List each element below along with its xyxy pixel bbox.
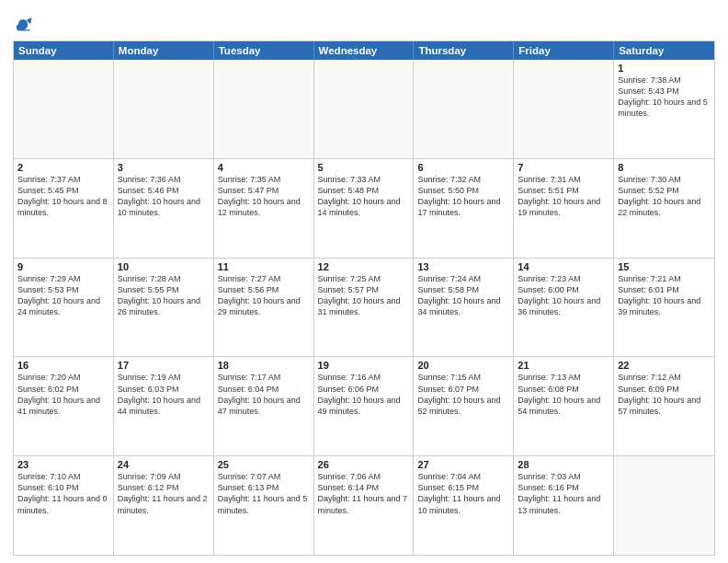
calendar-cell (614, 456, 714, 555)
day-number: 15 (618, 261, 711, 272)
day-info: Sunrise: 7:29 AM Sunset: 5:53 PM Dayligh… (17, 273, 109, 318)
calendar-cell: 20Sunrise: 7:15 AM Sunset: 6:07 PM Dayli… (414, 357, 514, 455)
day-info: Sunrise: 7:12 AM Sunset: 6:09 PM Dayligh… (618, 372, 711, 417)
calendar-cell: 9Sunrise: 7:29 AM Sunset: 5:53 PM Daylig… (14, 259, 114, 357)
day-number: 7 (518, 162, 609, 173)
calendar-cell: 17Sunrise: 7:19 AM Sunset: 6:03 PM Dayli… (114, 357, 214, 455)
day-number: 10 (118, 261, 210, 272)
day-number: 11 (218, 261, 310, 272)
day-number: 3 (118, 162, 210, 173)
calendar-cell: 1Sunrise: 7:38 AM Sunset: 5:43 PM Daylig… (614, 60, 714, 158)
logo (13, 15, 36, 35)
day-info: Sunrise: 7:10 AM Sunset: 6:10 PM Dayligh… (17, 471, 109, 516)
day-info: Sunrise: 7:06 AM Sunset: 6:14 PM Dayligh… (318, 471, 410, 516)
calendar-cell: 28Sunrise: 7:03 AM Sunset: 6:16 PM Dayli… (514, 456, 614, 555)
calendar-cell (414, 60, 514, 158)
calendar-cell: 10Sunrise: 7:28 AM Sunset: 5:55 PM Dayli… (114, 259, 214, 357)
day-info: Sunrise: 7:27 AM Sunset: 5:56 PM Dayligh… (218, 273, 310, 318)
day-info: Sunrise: 7:37 AM Sunset: 5:45 PM Dayligh… (17, 174, 109, 219)
day-info: Sunrise: 7:30 AM Sunset: 5:52 PM Dayligh… (618, 174, 711, 219)
weekday-header: Tuesday (214, 41, 314, 60)
day-number: 26 (318, 459, 410, 470)
calendar-cell: 16Sunrise: 7:20 AM Sunset: 6:02 PM Dayli… (14, 357, 114, 455)
day-info: Sunrise: 7:09 AM Sunset: 6:12 PM Dayligh… (118, 471, 210, 516)
day-number: 28 (518, 459, 609, 470)
calendar-cell: 14Sunrise: 7:23 AM Sunset: 6:00 PM Dayli… (514, 259, 614, 357)
day-number: 1 (618, 63, 711, 74)
calendar-row: 1Sunrise: 7:38 AM Sunset: 5:43 PM Daylig… (14, 60, 714, 158)
logo-icon (13, 15, 33, 35)
day-number: 8 (618, 162, 711, 173)
calendar-cell (314, 60, 415, 158)
calendar-cell: 4Sunrise: 7:35 AM Sunset: 5:47 PM Daylig… (214, 159, 314, 258)
calendar-row: 2Sunrise: 7:37 AM Sunset: 5:45 PM Daylig… (14, 158, 714, 258)
calendar-cell: 8Sunrise: 7:30 AM Sunset: 5:52 PM Daylig… (614, 159, 714, 258)
calendar-cell (114, 60, 214, 158)
day-info: Sunrise: 7:17 AM Sunset: 6:04 PM Dayligh… (218, 372, 310, 417)
weekday-header: Friday (514, 41, 614, 60)
day-info: Sunrise: 7:13 AM Sunset: 6:08 PM Dayligh… (518, 372, 609, 417)
calendar-cell (514, 60, 614, 158)
calendar-cell (214, 60, 314, 158)
day-info: Sunrise: 7:20 AM Sunset: 6:02 PM Dayligh… (17, 372, 109, 417)
day-info: Sunrise: 7:03 AM Sunset: 6:16 PM Dayligh… (518, 471, 609, 516)
day-info: Sunrise: 7:38 AM Sunset: 5:43 PM Dayligh… (618, 75, 711, 120)
calendar-cell: 26Sunrise: 7:06 AM Sunset: 6:14 PM Dayli… (314, 456, 415, 555)
calendar-cell: 12Sunrise: 7:25 AM Sunset: 5:57 PM Dayli… (314, 259, 415, 357)
calendar-cell: 22Sunrise: 7:12 AM Sunset: 6:09 PM Dayli… (614, 357, 714, 455)
day-info: Sunrise: 7:24 AM Sunset: 5:58 PM Dayligh… (417, 273, 509, 318)
weekday-header: Sunday (14, 41, 114, 60)
day-info: Sunrise: 7:32 AM Sunset: 5:50 PM Dayligh… (417, 174, 509, 219)
calendar-cell: 25Sunrise: 7:07 AM Sunset: 6:13 PM Dayli… (214, 456, 314, 555)
calendar: SundayMondayTuesdayWednesdayThursdayFrid… (13, 40, 715, 556)
page: SundayMondayTuesdayWednesdayThursdayFrid… (0, 0, 728, 563)
calendar-row: 9Sunrise: 7:29 AM Sunset: 5:53 PM Daylig… (14, 258, 714, 357)
calendar-cell: 24Sunrise: 7:09 AM Sunset: 6:12 PM Dayli… (114, 456, 214, 555)
day-number: 19 (318, 360, 410, 371)
day-number: 18 (218, 360, 310, 371)
weekday-header: Wednesday (314, 41, 415, 60)
day-number: 13 (417, 261, 509, 272)
calendar-row: 23Sunrise: 7:10 AM Sunset: 6:10 PM Dayli… (14, 455, 714, 555)
calendar-header: SundayMondayTuesdayWednesdayThursdayFrid… (14, 41, 714, 60)
day-info: Sunrise: 7:31 AM Sunset: 5:51 PM Dayligh… (518, 174, 609, 219)
calendar-cell: 21Sunrise: 7:13 AM Sunset: 6:08 PM Dayli… (514, 357, 614, 455)
day-info: Sunrise: 7:21 AM Sunset: 6:01 PM Dayligh… (618, 273, 711, 318)
calendar-cell: 5Sunrise: 7:33 AM Sunset: 5:48 PM Daylig… (314, 159, 415, 258)
weekday-header: Thursday (414, 41, 514, 60)
calendar-cell: 3Sunrise: 7:36 AM Sunset: 5:46 PM Daylig… (114, 159, 214, 258)
day-info: Sunrise: 7:36 AM Sunset: 5:46 PM Dayligh… (118, 174, 210, 219)
day-number: 25 (218, 459, 310, 470)
day-number: 21 (518, 360, 609, 371)
day-number: 24 (118, 459, 210, 470)
day-number: 2 (17, 162, 109, 173)
calendar-cell: 6Sunrise: 7:32 AM Sunset: 5:50 PM Daylig… (414, 159, 514, 258)
day-number: 16 (17, 360, 109, 371)
calendar-cell: 23Sunrise: 7:10 AM Sunset: 6:10 PM Dayli… (14, 456, 114, 555)
day-info: Sunrise: 7:25 AM Sunset: 5:57 PM Dayligh… (318, 273, 410, 318)
day-number: 27 (417, 459, 509, 470)
day-info: Sunrise: 7:28 AM Sunset: 5:55 PM Dayligh… (118, 273, 210, 318)
day-number: 14 (518, 261, 609, 272)
day-info: Sunrise: 7:33 AM Sunset: 5:48 PM Dayligh… (318, 174, 410, 219)
day-info: Sunrise: 7:23 AM Sunset: 6:00 PM Dayligh… (518, 273, 609, 318)
calendar-cell: 11Sunrise: 7:27 AM Sunset: 5:56 PM Dayli… (214, 259, 314, 357)
day-info: Sunrise: 7:07 AM Sunset: 6:13 PM Dayligh… (218, 471, 310, 516)
day-number: 12 (318, 261, 410, 272)
calendar-cell: 19Sunrise: 7:16 AM Sunset: 6:06 PM Dayli… (314, 357, 415, 455)
day-info: Sunrise: 7:19 AM Sunset: 6:03 PM Dayligh… (118, 372, 210, 417)
day-info: Sunrise: 7:04 AM Sunset: 6:15 PM Dayligh… (417, 471, 509, 516)
calendar-row: 16Sunrise: 7:20 AM Sunset: 6:02 PM Dayli… (14, 356, 714, 455)
calendar-cell: 2Sunrise: 7:37 AM Sunset: 5:45 PM Daylig… (14, 159, 114, 258)
day-number: 4 (218, 162, 310, 173)
calendar-body: 1Sunrise: 7:38 AM Sunset: 5:43 PM Daylig… (14, 60, 714, 555)
calendar-cell: 7Sunrise: 7:31 AM Sunset: 5:51 PM Daylig… (514, 159, 614, 258)
day-number: 9 (17, 261, 109, 272)
calendar-cell: 27Sunrise: 7:04 AM Sunset: 6:15 PM Dayli… (414, 456, 514, 555)
weekday-header: Monday (114, 41, 214, 60)
day-number: 5 (318, 162, 410, 173)
day-number: 17 (118, 360, 210, 371)
day-info: Sunrise: 7:15 AM Sunset: 6:07 PM Dayligh… (417, 372, 509, 417)
calendar-cell (14, 60, 114, 158)
day-info: Sunrise: 7:16 AM Sunset: 6:06 PM Dayligh… (318, 372, 410, 417)
